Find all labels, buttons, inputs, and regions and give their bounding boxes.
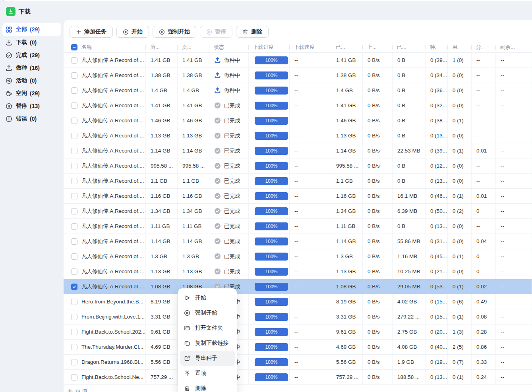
column-speed[interactable]: 下载速度 [289, 42, 331, 52]
task-name[interactable]: 凡人修仙传.A.Record.of.... [77, 158, 145, 173]
sidebar-item-downloading[interactable]: 下载 (0) [2, 36, 61, 49]
sidebar-item-active[interactable]: 活动 (0) [2, 74, 61, 87]
column-remaining[interactable]: 剩余... [495, 42, 532, 52]
task-name[interactable]: 凡人修仙传.A.Record.of.... [77, 98, 145, 113]
table-row[interactable]: 凡人修仙传.A.Record.of.... 1.34 GB 1.34 GB 已完… [64, 204, 532, 219]
column-progress[interactable]: 下载进度 [248, 42, 289, 52]
task-name[interactable]: 凡人修仙传.A.Record.of.... [77, 83, 145, 98]
row-checkbox[interactable] [71, 238, 77, 245]
row-checkbox[interactable] [71, 253, 77, 260]
table-row[interactable]: 凡人修仙传.A.Record.of.... 1.4 GB 1.4 GB 做种中 … [64, 83, 532, 98]
row-checkbox[interactable] [71, 72, 77, 79]
task-name[interactable]: Dragon.Returns.1968.Bl... [77, 355, 145, 369]
column-upload-speed[interactable]: 上... [362, 42, 392, 52]
row-checkbox[interactable] [71, 57, 77, 64]
row-checkbox[interactable] [71, 87, 77, 94]
task-name[interactable]: 凡人修仙传.A.Record.of.... [77, 53, 145, 68]
column-size[interactable]: 所... [145, 42, 177, 52]
menu-item-open-folder[interactable]: 打开文件夹 [180, 321, 235, 336]
task-name[interactable]: 凡人修仙传.A.Record.of.... [77, 249, 145, 264]
row-checkbox[interactable] [71, 118, 77, 124]
sidebar-item-idle[interactable]: 空闲 (29) [2, 87, 61, 100]
row-checkbox[interactable] [71, 299, 77, 305]
task-name[interactable]: 凡人修仙传.A.Record.of.... [77, 264, 145, 279]
row-checkbox[interactable] [71, 223, 77, 230]
sidebar-item-completed[interactable]: 完成 (29) [2, 49, 61, 62]
menu-item-pin-top[interactable]: 置顶 [180, 366, 235, 381]
force-start-button[interactable]: 强制开始 [153, 26, 196, 38]
table-row[interactable]: From.Beijing.with.Love.1... 3.31 GB 3.31… [64, 309, 532, 324]
table-row[interactable]: The.Thursday.Murder.Cl... 4.69 GB 4.69 G… [64, 340, 532, 355]
column-uploaded[interactable]: 已... [392, 42, 425, 52]
table-row[interactable]: 凡人修仙传.A.Record.of.... 1.14 GB 1.14 GB 已完… [64, 143, 532, 158]
table-row[interactable]: Dragon.Returns.1968.Bl... 5.56 GB 5.56 G… [64, 355, 532, 370]
task-name[interactable]: 凡人修仙传.A.Record.of.... [77, 219, 145, 234]
row-checkbox[interactable] [71, 133, 77, 139]
row-checkbox[interactable] [71, 344, 77, 350]
task-name[interactable]: 凡人修仙传.A.Record.of.... [77, 189, 145, 203]
sidebar-item-paused[interactable]: 暂停 (13) [2, 100, 61, 112]
row-checkbox[interactable] [71, 102, 77, 109]
task-name[interactable]: 凡人修仙传.A.Record.of.... [77, 143, 145, 158]
column-status[interactable]: 状态 [209, 42, 248, 52]
task-name[interactable]: From.Beijing.with.Love.1... [77, 309, 145, 324]
sidebar-item-error[interactable]: 错误 (0) [2, 112, 61, 125]
table-row[interactable]: Fight.Back.to.School.202... 9.61 GB 9.61… [64, 324, 532, 340]
column-downloaded[interactable]: 已... [331, 42, 362, 52]
task-name[interactable]: 凡人修仙传.A.Record.of.... [77, 174, 145, 188]
column-peers[interactable]: 用. [447, 42, 471, 52]
row-checkbox[interactable] [71, 284, 77, 290]
sidebar-item-all[interactable]: 全部 (29) [2, 23, 61, 36]
table-row[interactable]: 凡人修仙传.A.Record.of.... 1.46 GB 1.46 GB 已完… [64, 113, 532, 128]
table-row[interactable]: 凡人修仙传.A.Record.of.... 1.08 GB 1.08 GB 已完… [64, 279, 532, 294]
table-row[interactable]: 凡人修仙传.A.Record.of.... 1.14 GB 1.14 GB 已完… [64, 234, 532, 249]
column-ratio[interactable]: 分. [471, 42, 495, 52]
delete-button[interactable]: 删除 [236, 26, 269, 38]
menu-item-start[interactable]: 开始 [180, 290, 235, 305]
start-button[interactable]: 开始 [116, 26, 149, 38]
task-name[interactable]: 凡人修仙传.A.Record.of.... [77, 68, 145, 83]
table-row[interactable]: 凡人修仙传.A.Record.of.... 1.1 GB 1.1 GB 已完成 … [64, 174, 532, 189]
row-checkbox[interactable] [71, 268, 77, 275]
select-all-checkbox[interactable] [71, 44, 77, 50]
row-checkbox[interactable] [71, 329, 77, 335]
row-checkbox[interactable] [71, 178, 77, 184]
menu-item-delete[interactable]: 删除 [180, 381, 235, 392]
menu-item-force-start[interactable]: 强制开始 [180, 305, 235, 321]
row-checkbox[interactable] [71, 208, 77, 214]
column-file-size[interactable]: 文... [177, 42, 209, 52]
table-row[interactable]: 凡人修仙传.A.Record.of.... 1.38 GB 1.38 GB 做种… [64, 68, 532, 83]
table-row[interactable]: 凡人修仙传.A.Record.of.... 1.16 GB 1.16 GB 已完… [64, 189, 532, 204]
table-row[interactable]: 凡人修仙传.A.Record.of.... 1.11 GB 1.11 GB 已完… [64, 219, 532, 234]
column-name[interactable]: 名称 [77, 42, 145, 52]
table-row[interactable]: 凡人修仙传.A.Record.of.... 1.13 GB 1.13 GB 已完… [64, 128, 532, 143]
table-row[interactable]: Fight.Back.to.School.Ne... 757.29 ... 75… [64, 370, 532, 385]
add-task-button[interactable]: 添加任务 [70, 26, 113, 38]
task-name[interactable]: 凡人修仙传.A.Record.of.... [77, 234, 145, 249]
table-row[interactable]: 凡人修仙传.A.Record.of.... 995.58 ... 995.58 … [64, 158, 532, 174]
task-name[interactable]: 凡人修仙传.A.Record.of.... [77, 128, 145, 143]
task-name[interactable]: 凡人修仙传.A.Record.of.... [77, 279, 145, 294]
table-row[interactable]: 凡人修仙传.A.Record.of.... 1.41 GB 1.41 GB 已完… [64, 98, 532, 113]
row-checkbox[interactable] [71, 193, 77, 199]
task-name[interactable]: Hero.from.Beyond.the.B... [77, 294, 145, 309]
table-row[interactable]: Hero.from.Beyond.the.B... 8.19 GB 8.19 G… [64, 294, 532, 309]
task-name[interactable]: 凡人修仙传.A.Record.of.... [77, 204, 145, 218]
table-row[interactable]: 凡人修仙传.A.Record.of.... 1.3 GB 1.3 GB 已完成 … [64, 249, 532, 264]
task-name[interactable]: The.Thursday.Murder.Cl... [77, 340, 145, 354]
row-checkbox[interactable] [71, 314, 77, 320]
task-name[interactable]: 凡人修仙传.A.Record.of.... [77, 113, 145, 128]
row-checkbox[interactable] [71, 359, 77, 365]
table-row[interactable]: 凡人修仙传.A.Record.of.... 1.41 GB 1.41 GB 做种… [64, 53, 532, 68]
pause-button[interactable]: 暂停 [200, 26, 232, 38]
menu-item-export-torrent[interactable]: 导出种子 [180, 351, 235, 366]
column-seeds[interactable]: 种. [425, 42, 447, 52]
row-checkbox[interactable] [71, 163, 77, 169]
task-name[interactable]: Fight.Back.to.School.202... [77, 324, 145, 339]
sidebar-item-seeding[interactable]: 做种 (16) [2, 62, 61, 74]
row-checkbox[interactable] [71, 148, 77, 154]
row-checkbox[interactable] [71, 374, 77, 380]
menu-item-copy-link[interactable]: 复制下载链接 [180, 336, 235, 351]
task-name[interactable]: Fight.Back.to.School.Ne... [77, 370, 145, 384]
table-row[interactable]: 凡人修仙传.A.Record.of.... 1.13 GB 1.13 GB 已完… [64, 264, 532, 279]
